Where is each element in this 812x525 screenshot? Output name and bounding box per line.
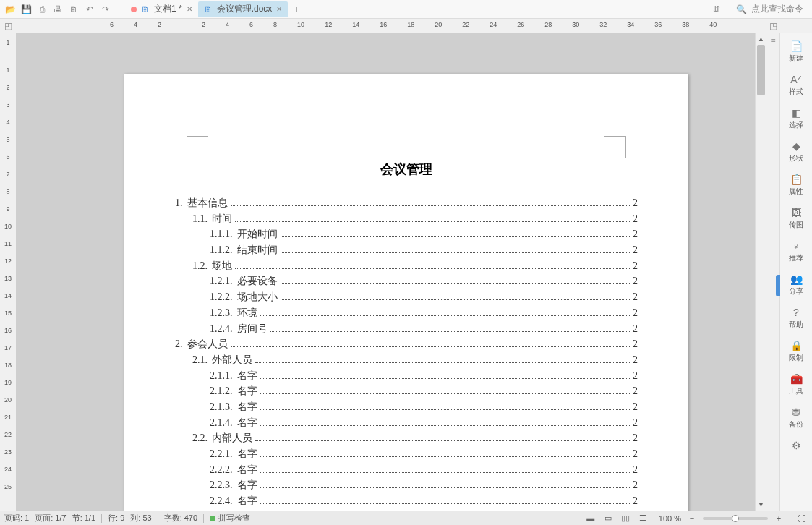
close-icon[interactable]: ✕ — [276, 5, 282, 13]
toc-entry[interactable]: 2.2.3.名字2 — [175, 477, 638, 493]
toc-entry[interactable]: 2.1.1.名字2 — [175, 368, 638, 384]
side-item-分享[interactable]: 👥分享 — [782, 270, 811, 299]
save-icon[interactable]: 💾 — [19, 2, 33, 17]
side-item-选择[interactable]: ◧选择 — [782, 104, 811, 133]
document-tab[interactable]: 🗎文档1 *✕ — [125, 1, 198, 17]
toc-entry[interactable]: 2.2.1.名字2 — [175, 446, 638, 462]
export-icon[interactable]: ⎙ — [35, 2, 49, 17]
side-item-label: 属性 — [789, 187, 803, 197]
toc-page: 2 — [633, 273, 638, 289]
sync-icon[interactable]: ⇵ — [709, 2, 724, 17]
toc-entry[interactable]: 1.2.3.环境2 — [175, 305, 638, 321]
toc-entry[interactable]: 1.1.时间2 — [175, 211, 638, 227]
toc-entry[interactable]: 2.1.2.名字2 — [175, 383, 638, 399]
redo-icon[interactable]: ↷ — [98, 2, 113, 17]
side-item-label: 传图 — [789, 220, 803, 230]
toc-text: 名字 — [237, 399, 257, 415]
scroll-up-icon[interactable]: ▲ — [756, 33, 766, 45]
scroll-thumb[interactable] — [757, 45, 765, 95]
toc-entry[interactable]: 1.2.2.场地大小2 — [175, 289, 638, 305]
new-tab-button[interactable]: + — [288, 1, 302, 17]
view-web-icon[interactable]: ☰ — [636, 513, 649, 524]
preview-icon[interactable]: 🗎 — [67, 2, 81, 17]
side-item-推荐[interactable]: ♀推荐 — [782, 237, 811, 266]
search-placeholder[interactable]: 点此查找命令 — [751, 3, 803, 15]
toc-entry[interactable]: 2.1.外部人员2 — [175, 352, 638, 368]
side-item-属性[interactable]: 📋属性 — [782, 171, 811, 200]
view-single-icon[interactable]: ▬ — [584, 513, 597, 524]
toc-entry[interactable]: 2.参会人员2 — [175, 336, 638, 352]
status-spellcheck[interactable]: 拼写检查 — [210, 513, 250, 524]
toc-entry[interactable]: 2.1.3.名字2 — [175, 399, 638, 415]
ruler-right-icon[interactable]: ◳ — [766, 19, 779, 33]
horizontal-ruler[interactable]: 642246810121416182022242628303234363840 — [16, 19, 766, 33]
toc-text: 场地大小 — [237, 289, 278, 305]
side-item-icon: ♀ — [792, 240, 800, 252]
side-item-icon: 📋 — [790, 174, 803, 185]
side-item-限制[interactable]: 🔒限制 — [782, 337, 811, 366]
zoom-level[interactable]: 100 % — [659, 514, 681, 523]
toc-entry[interactable]: 2.2.4.名字2 — [175, 493, 638, 509]
side-item-icon: ⚙ — [792, 440, 801, 451]
side-item-样式[interactable]: Aᐟ样式 — [782, 71, 811, 100]
toc-entry[interactable]: 1.1.1.开始时间2 — [175, 226, 638, 242]
toc-number: 1.2.4. — [210, 321, 233, 337]
side-item-settings[interactable]: ⚙ — [782, 437, 811, 454]
status-col[interactable]: 列: 53 — [130, 513, 151, 524]
side-item-帮助[interactable]: ?帮助 — [782, 304, 811, 333]
scroll-down-icon[interactable]: ▼ — [756, 499, 766, 511]
zoom-out-icon[interactable]: − — [685, 513, 698, 524]
side-item-label: 工具 — [789, 386, 803, 396]
side-expand-handle[interactable] — [776, 275, 780, 296]
undo-icon[interactable]: ↶ — [82, 2, 97, 17]
side-item-label: 形状 — [789, 153, 803, 163]
side-item-传图[interactable]: 🖼传图 — [782, 204, 811, 233]
toc-entry[interactable]: 2.2.2.名字2 — [175, 462, 638, 478]
side-item-工具[interactable]: 🧰工具 — [782, 370, 811, 399]
side-item-icon: 📄 — [790, 40, 803, 52]
vertical-ruler[interactable]: 1123456789101112131415161718192021222324… — [0, 33, 16, 511]
zoom-slider[interactable] — [703, 517, 768, 520]
toc-text: 结束时间 — [237, 242, 278, 258]
toc-number: 1.1.1. — [210, 226, 233, 242]
nav-toggle-icon[interactable]: ≡ — [766, 33, 779, 511]
toc-entry[interactable]: 1.2.4.房间号2 — [175, 321, 638, 337]
fullscreen-icon[interactable]: ⛶ — [795, 513, 808, 524]
toc-text: 必要设备 — [237, 273, 278, 289]
ruler-corner-icon[interactable]: ◰ — [0, 19, 16, 33]
status-section[interactable]: 节: 1/1 — [72, 513, 95, 524]
status-row[interactable]: 行: 9 — [108, 513, 124, 524]
toc-entry[interactable]: 2.1.4.名字2 — [175, 415, 638, 431]
search-icon[interactable]: 🔍 — [736, 4, 747, 14]
side-item-label: 帮助 — [789, 320, 803, 330]
side-item-备份[interactable]: ⛃备份 — [782, 404, 811, 432]
view-book-icon[interactable]: ▯▯ — [619, 513, 632, 524]
toc-text: 内部人员 — [212, 430, 252, 446]
vertical-scrollbar[interactable]: ▲ ▼ — [755, 33, 766, 511]
folder-open-icon[interactable]: 📂 — [3, 2, 17, 17]
toc-number: 2.1.3. — [210, 399, 233, 415]
close-icon[interactable]: ✕ — [187, 5, 192, 13]
toc-page: 2 — [633, 446, 638, 462]
zoom-in-icon[interactable]: + — [772, 513, 785, 524]
toc-entry[interactable]: 1.1.2.结束时间2 — [175, 242, 638, 258]
side-item-新建[interactable]: 📄新建 — [782, 38, 811, 67]
toc-number: 2.1. — [192, 352, 208, 368]
view-multi-icon[interactable]: ▭ — [602, 513, 615, 524]
tab-label: 会议管理.docx — [217, 3, 273, 15]
toc-entry[interactable]: 1.2.1.必要设备2 — [175, 273, 638, 289]
document-canvas[interactable]: 会议管理 1.基本信息21.1.时间21.1.1.开始时间21.1.2.结束时间… — [16, 33, 755, 511]
status-page[interactable]: 页面: 1/7 — [35, 513, 66, 524]
side-panel: 📄新建Aᐟ样式◧选择◆形状📋属性🖼传图♀推荐👥分享?帮助🔒限制🧰工具⛃备份⚙ — [779, 33, 812, 511]
status-pagecode[interactable]: 页码: 1 — [4, 513, 29, 524]
side-item-icon: ◧ — [792, 107, 801, 119]
toc-number: 1. — [175, 195, 183, 211]
print-icon[interactable]: 🖶 — [51, 2, 65, 17]
side-item-形状[interactable]: ◆形状 — [782, 137, 811, 166]
status-chars[interactable]: 字数: 470 — [164, 513, 197, 524]
toc-page: 2 — [633, 258, 638, 274]
toc-entry[interactable]: 1.基本信息2 — [175, 195, 638, 211]
document-tab[interactable]: 🗎会议管理.docx✕ — [198, 1, 289, 17]
toc-entry[interactable]: 2.2.内部人员2 — [175, 430, 638, 446]
toc-entry[interactable]: 1.2.场地2 — [175, 258, 638, 274]
